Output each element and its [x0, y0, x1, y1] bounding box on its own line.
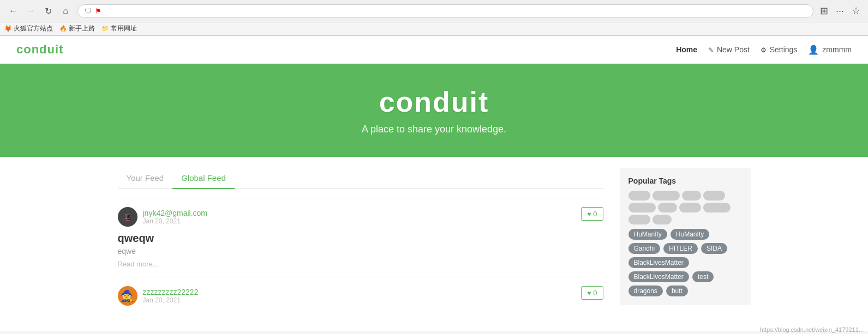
popular-tags-box: Popular Tags HuManItyHuManItyGandhi — [620, 168, 751, 305]
tag-pill[interactable]: butt — [666, 286, 688, 296]
author-info: 🎩 jnyk42@gmail.com Jan 20, 2021 — [118, 207, 207, 227]
address-bar[interactable]: 🛡 ⚑ 117.50.2.79:3306 — [77, 4, 813, 18]
tag-pill[interactable]: Gandhi — [628, 243, 661, 254]
tags-list: HuManItyHuManItyGandhiHITLERSIDABlackLiv… — [628, 229, 742, 296]
bookmark-common-label: 常用网址 — [111, 24, 137, 33]
feed-tabs: Your Feed Global Feed — [118, 168, 603, 189]
home-button[interactable]: ⌂ — [58, 3, 73, 19]
avatar-warrior-icon: 🧙 — [121, 289, 134, 302]
nav-settings[interactable]: ⚙ Settings — [761, 45, 797, 54]
bookmark-newbie-icon: 🔥 — [59, 25, 67, 32]
settings-icon: ⚙ — [761, 46, 767, 54]
like-count: 0 — [593, 210, 597, 218]
url-input[interactable]: 117.50.2.79:3306 — [105, 7, 806, 15]
sidebar: Popular Tags HuManItyHuManItyGandhi — [620, 168, 751, 320]
tab-global-feed[interactable]: Global Feed — [172, 168, 235, 189]
tag-placeholder — [628, 203, 656, 212]
avatar: 🎩 — [118, 207, 137, 227]
author-date: Jan 20, 2021 — [143, 217, 207, 225]
nav-new-post-label: New Post — [717, 45, 750, 54]
status-bar: https://blog.csdn.net/weixin_4179211... — [756, 325, 868, 331]
avatar: 🧙 — [118, 286, 137, 306]
tag-placeholder — [653, 191, 680, 201]
tag-placeholder — [628, 191, 650, 201]
tag-pill[interactable]: BlackLivesMatter — [628, 271, 689, 282]
feed-section: Your Feed Global Feed 🎩 jnyk42@gmail.com… — [118, 168, 603, 320]
nav-links: Home ✎ New Post ⚙ Settings 👤 zmmmm — [676, 45, 852, 55]
browser-toolbar: ← → ↻ ⌂ 🛡 ⚑ 117.50.2.79:3306 ⊞ ··· ☆ — [0, 0, 868, 22]
tag-pill[interactable]: SIDA — [701, 243, 727, 254]
tag-pill[interactable]: BlackLivesMatter — [628, 257, 689, 268]
bookmark-icon[interactable]: ☆ — [849, 4, 863, 18]
popular-tags-title: Popular Tags — [628, 177, 742, 185]
tag-placeholder — [682, 191, 701, 201]
browser-menu: ⊞ ··· ☆ — [818, 4, 863, 18]
like-count: 0 — [593, 289, 597, 297]
bookmark-firefox[interactable]: 🦊 火狐官方站点 — [4, 24, 53, 33]
forward-button[interactable]: → — [23, 3, 38, 19]
bookmarks-bar: 🦊 火狐官方站点 🔥 新手上路 📁 常用网址 — [0, 22, 868, 35]
nav-user[interactable]: 👤 zmmmm — [808, 45, 852, 55]
nav-buttons: ← → ↻ ⌂ — [5, 3, 73, 19]
author-info: 🧙 zzzzzzzzz22222 Jan 20, 2021 — [118, 286, 199, 306]
article-meta: 🧙 zzzzzzzzz22222 Jan 20, 2021 ♥ 0 — [118, 286, 603, 306]
tags-loading-placeholders — [628, 191, 742, 224]
tag-pill[interactable]: HuManIty — [628, 229, 667, 240]
bookmark-firefox-icon: 🦊 — [4, 25, 12, 32]
extensions-icon[interactable]: ⊞ — [818, 4, 830, 18]
tag-placeholder — [679, 203, 701, 212]
like-button[interactable]: ♥ 0 — [581, 286, 603, 300]
browser-chrome: ← → ↻ ⌂ 🛡 ⚑ 117.50.2.79:3306 ⊞ ··· ☆ 🦊 火… — [0, 0, 868, 36]
hero-banner: conduit A place to share your knowledge. — [0, 64, 868, 157]
author-date: Jan 20, 2021 — [143, 296, 199, 304]
hero-title: conduit — [11, 86, 857, 118]
heart-icon: ♥ — [587, 289, 591, 297]
author-name[interactable]: zzzzzzzzz22222 — [143, 288, 199, 296]
main-content: Your Feed Global Feed 🎩 jnyk42@gmail.com… — [107, 157, 762, 331]
like-button[interactable]: ♥ 0 — [581, 207, 603, 221]
article-meta: 🎩 jnyk42@gmail.com Jan 20, 2021 ♥ 0 — [118, 207, 603, 227]
bookmark-newbie-label: 新手上路 — [69, 24, 95, 33]
tag-placeholder — [653, 215, 672, 224]
tag-pill[interactable]: HITLER — [663, 243, 698, 254]
tag-placeholder — [628, 215, 650, 224]
nav-new-post[interactable]: ✎ New Post — [708, 45, 750, 54]
author-details: jnyk42@gmail.com Jan 20, 2021 — [143, 209, 207, 225]
article-card: 🎩 jnyk42@gmail.com Jan 20, 2021 ♥ 0 qweq… — [118, 198, 603, 277]
author-details: zzzzzzzzz22222 Jan 20, 2021 — [143, 288, 199, 304]
nav-home[interactable]: Home — [676, 45, 697, 54]
app: conduit Home ✎ New Post ⚙ Settings 👤 zmm… — [0, 36, 868, 331]
tag-placeholder — [703, 203, 731, 212]
bookmark-firefox-label: 火狐官方站点 — [14, 24, 53, 33]
tag-pill[interactable]: dragons — [628, 286, 663, 296]
tab-your-feed[interactable]: Your Feed — [118, 168, 173, 189]
tag-placeholder — [658, 203, 677, 212]
back-button[interactable]: ← — [5, 3, 21, 19]
warning-icon: ⚑ — [95, 7, 101, 15]
article-title[interactable]: qweqw — [118, 232, 603, 245]
security-icon: 🛡 — [85, 7, 92, 15]
reload-button[interactable]: ↻ — [40, 3, 56, 19]
user-avatar-icon: 👤 — [808, 45, 819, 55]
hero-subtitle: A place to share your knowledge. — [11, 124, 857, 135]
tag-pill[interactable]: HuManIty — [671, 229, 709, 240]
avatar-hat-icon: 🎩 — [123, 212, 132, 221]
status-url: https://blog.csdn.net/weixin_4179211... — [760, 326, 864, 331]
tag-pill[interactable]: test — [692, 271, 714, 282]
navbar: conduit Home ✎ New Post ⚙ Settings 👤 zmm… — [0, 36, 868, 64]
bookmark-common-icon: 📁 — [101, 25, 109, 32]
more-icon[interactable]: ··· — [834, 4, 846, 18]
article-preview: eqwe — [118, 247, 603, 256]
nav-username: zmmmm — [822, 45, 852, 54]
article-card: 🧙 zzzzzzzzz22222 Jan 20, 2021 ♥ 0 — [118, 277, 603, 320]
nav-settings-label: Settings — [770, 45, 798, 54]
bookmark-newbie[interactable]: 🔥 新手上路 — [59, 24, 95, 33]
tag-placeholder — [703, 191, 725, 201]
heart-icon: ♥ — [587, 210, 591, 218]
author-name[interactable]: jnyk42@gmail.com — [143, 209, 207, 217]
read-more-link[interactable]: Read more... — [118, 260, 603, 268]
edit-icon: ✎ — [708, 46, 714, 54]
nav-brand[interactable]: conduit — [16, 42, 63, 57]
bookmark-common[interactable]: 📁 常用网址 — [101, 24, 137, 33]
